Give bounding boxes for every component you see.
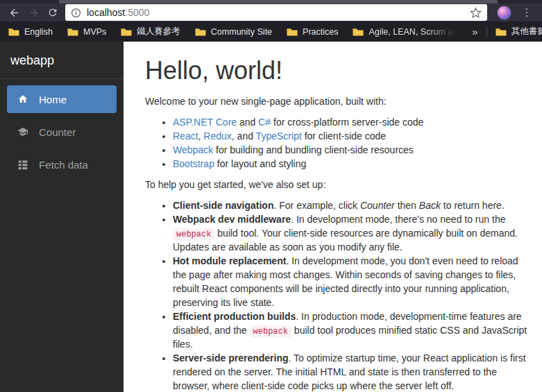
- link[interactable]: C#: [258, 117, 271, 128]
- forward-arrow-icon: [28, 7, 40, 19]
- feature-title: Server-side prerendering: [173, 352, 289, 364]
- page-info-icon[interactable]: [71, 8, 81, 18]
- home-icon: [17, 94, 28, 105]
- bookmark-item[interactable]: Practices: [287, 27, 338, 37]
- sidebar-item-counter[interactable]: Counter: [7, 118, 117, 146]
- bookmark-item[interactable]: 鐵人賽參考: [121, 26, 180, 37]
- folder-icon: [195, 27, 206, 36]
- link[interactable]: Webpack: [173, 144, 213, 155]
- folder-icon: [353, 27, 364, 36]
- bookmarks-bar: English MVPs 鐵人賽參考 Community Site Practi…: [0, 22, 542, 42]
- address-bar[interactable]: localhost:5000: [65, 4, 487, 21]
- code-chip: webpack: [250, 325, 291, 338]
- sidebar-item-fetch-data[interactable]: Fetch data: [7, 151, 117, 178]
- folder-icon: [8, 27, 19, 36]
- sidebar-item-label: Counter: [39, 126, 76, 138]
- text: for layout and styling: [214, 158, 306, 169]
- intro-paragraph: Welcome to your new single-page applicat…: [145, 94, 532, 108]
- bookmark-item[interactable]: Agile, LEAN, Scrum an: [353, 27, 457, 37]
- text: for cross-platform server-side code: [271, 117, 423, 128]
- sidebar-nav: Home Counter Fetch data: [0, 79, 124, 178]
- text: build tool. Your client-side resources a…: [173, 228, 518, 253]
- emphasis-text: Back: [419, 200, 441, 211]
- feature-title: Efficient production builds: [173, 311, 296, 322]
- features-list: Client-side navigation. For example, cli…: [145, 198, 532, 392]
- list-item: Server-side prerendering. To optimize st…: [173, 351, 532, 392]
- bookmark-label: English: [24, 27, 53, 37]
- link[interactable]: Bootstrap: [173, 158, 214, 169]
- code-chip: webpack: [173, 228, 214, 241]
- text: . For example, click: [273, 200, 359, 211]
- browser-menu-icon[interactable]: ⋮: [521, 6, 532, 19]
- text: for client-side code: [302, 130, 386, 142]
- bookmark-label: Practices: [303, 27, 338, 37]
- feature-title: Webpack dev middleware: [173, 214, 291, 225]
- education-icon: [17, 126, 28, 137]
- bookmarks-separator: [486, 26, 487, 37]
- list-item: Efficient production builds. In producti…: [173, 309, 532, 351]
- bookmark-items: English MVPs 鐵人賽參考 Community Site Practi…: [8, 26, 472, 37]
- folder-icon: [287, 27, 298, 36]
- emphasis-text: Counter: [360, 200, 395, 211]
- bookmarks-overflow-chevron[interactable]: »: [472, 26, 477, 37]
- text: to return here.: [441, 200, 505, 211]
- reload-icon: [47, 7, 58, 18]
- tech-list: ASP.NET Core and C# for cross-platform s…: [145, 115, 532, 171]
- main-content: Hello, world! Welcome to your new single…: [124, 42, 542, 392]
- other-bookmarks-label: 其他書籤: [511, 26, 542, 37]
- forward-button[interactable]: [24, 4, 43, 21]
- reload-button[interactable]: [43, 4, 62, 21]
- list-icon: [17, 159, 28, 170]
- list-item: Webpack dev middleware. In development m…: [173, 212, 532, 254]
- link[interactable]: TypeScript: [256, 130, 302, 142]
- list-item: Bootstrap for layout and styling: [173, 157, 532, 171]
- browser-toolbar: localhost:5000 ⋮: [0, 3, 542, 22]
- star-icon: [470, 7, 482, 19]
- list-item: Hot module replacement. In development m…: [173, 254, 532, 309]
- folder-icon: [496, 27, 507, 36]
- text: then: [395, 200, 419, 211]
- text: for building and bundling client-side re…: [213, 144, 414, 155]
- sidebar: webapp Home Counter Fetch data: [0, 42, 124, 392]
- bookmark-label: Agile, LEAN, Scrum an: [369, 27, 457, 37]
- url-text: localhost:5000: [87, 7, 149, 18]
- link[interactable]: ASP.NET Core: [173, 117, 237, 128]
- text: . In development mode, there's no need t…: [291, 214, 505, 225]
- bookmark-item[interactable]: Community Site: [195, 27, 272, 37]
- back-button[interactable]: [4, 4, 24, 21]
- page-title: Hello, world!: [145, 57, 532, 85]
- sidebar-item-label: Home: [39, 94, 67, 105]
- url-port: :5000: [125, 7, 149, 18]
- folder-icon: [121, 27, 132, 36]
- app-page: webapp Home Counter Fetch data: [0, 42, 542, 392]
- bookmark-item[interactable]: English: [8, 27, 53, 37]
- feature-title: Client-side navigation: [173, 200, 273, 211]
- list-item: React, Redux, and TypeScript for client-…: [173, 129, 532, 143]
- sidebar-item-label: Fetch data: [39, 159, 88, 171]
- list-item: Client-side navigation. For example, cli…: [173, 198, 532, 212]
- other-bookmarks-button[interactable]: 其他書籤: [496, 26, 542, 37]
- url-host: localhost: [87, 7, 125, 18]
- bookmarks-right-group: » 其他書籤: [472, 26, 542, 37]
- bookmark-label: 鐵人賽參考: [137, 26, 180, 37]
- bookmark-label: MVPs: [83, 27, 106, 37]
- list-item: ASP.NET Core and C# for cross-platform s…: [173, 115, 532, 129]
- setup-paragraph: To help you get started, we've also set …: [145, 178, 532, 191]
- app-brand[interactable]: webapp: [0, 42, 124, 79]
- text: and: [237, 117, 258, 128]
- bookmark-item[interactable]: MVPs: [67, 27, 106, 37]
- folder-icon: [67, 27, 78, 36]
- list-item: Webpack for building and bundling client…: [173, 143, 532, 157]
- profile-avatar-icon[interactable]: [497, 6, 511, 20]
- sidebar-item-home[interactable]: Home: [7, 85, 117, 113]
- feature-title: Hot module replacement: [173, 255, 286, 266]
- text: , and: [232, 130, 256, 142]
- back-arrow-icon: [8, 7, 20, 19]
- bookmark-label: Community Site: [211, 27, 272, 37]
- link[interactable]: React: [173, 130, 198, 142]
- link[interactable]: Redux: [203, 130, 231, 142]
- bookmark-star-button[interactable]: [470, 7, 482, 19]
